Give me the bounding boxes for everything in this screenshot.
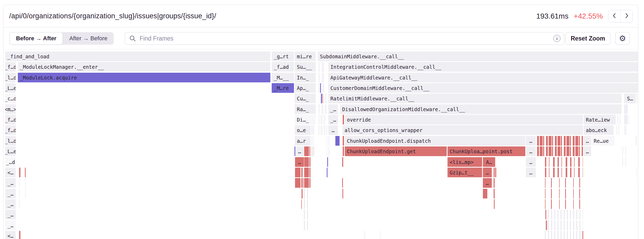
flame-frame[interactable]: … xyxy=(295,157,304,167)
flame-sliver[interactable] xyxy=(318,125,320,135)
flame-sliver[interactable] xyxy=(318,83,320,93)
flame-sliver[interactable] xyxy=(343,146,344,156)
flame-frame[interactable]: abo…eck xyxy=(584,125,614,135)
flame-frame[interactable]: RatelimitMiddleware.__call__ xyxy=(328,94,621,103)
flame-frame[interactable]: _L…e xyxy=(5,146,16,156)
flame-frame[interactable]: _f…ad xyxy=(272,62,294,72)
flame-sliver[interactable] xyxy=(25,178,26,188)
flame-sliver[interactable] xyxy=(494,178,495,188)
flame-sliver[interactable] xyxy=(335,136,340,146)
flame-sliver[interactable] xyxy=(19,199,20,209)
flame-frame[interactable]: <… xyxy=(5,168,16,177)
flame-sliver[interactable] xyxy=(327,157,328,167)
flame-sliver[interactable] xyxy=(636,94,637,103)
previous-button[interactable] xyxy=(608,10,620,22)
flame-frame[interactable]: … xyxy=(526,168,536,177)
flame-sliver[interactable] xyxy=(629,115,629,124)
flame-sliver[interactable] xyxy=(625,157,626,167)
flame-frame[interactable]: _f…d xyxy=(5,115,16,124)
flame-sliver[interactable] xyxy=(321,94,322,103)
flame-frame[interactable]: _… xyxy=(328,115,338,124)
flame-sliver[interactable] xyxy=(495,168,496,177)
flame-frame[interactable]: ChunkUploadEndpoint.get xyxy=(345,146,447,156)
flame-sliver[interactable] xyxy=(309,157,310,167)
flame-sliver[interactable] xyxy=(364,231,365,239)
flame-frame[interactable]: In…_ xyxy=(295,73,316,82)
flame-sliver[interactable] xyxy=(537,136,583,146)
flame-sliver[interactable] xyxy=(302,189,303,198)
flame-frame[interactable]: allow_cors_options_wrapper xyxy=(342,125,583,135)
flame-sliver[interactable] xyxy=(617,115,619,124)
flame-frame[interactable]: … xyxy=(526,136,536,146)
flame-sliver[interactable] xyxy=(303,178,304,188)
flame-frame[interactable]: Cu…_ xyxy=(295,94,316,103)
flame-frame[interactable]: _… xyxy=(5,189,16,198)
flame-frame[interactable]: _f…d xyxy=(5,62,16,72)
flame-sliver[interactable] xyxy=(19,168,20,177)
flame-frame[interactable]: … xyxy=(526,157,536,167)
flame-frame[interactable]: ChunkUploa…point.post xyxy=(447,146,525,156)
flame-sliver[interactable] xyxy=(619,115,621,124)
flame-frame[interactable]: _g…rt xyxy=(272,52,294,61)
flame-sliver[interactable] xyxy=(304,189,310,198)
flame-frame[interactable]: ApiGatewayMiddleware.__call__ xyxy=(328,73,638,82)
next-button[interactable] xyxy=(620,10,632,22)
flame-sliver[interactable] xyxy=(494,199,495,209)
flame-frame[interactable]: … xyxy=(526,146,536,156)
flame-frame[interactable]: a…r xyxy=(295,136,310,146)
flame-sliver[interactable] xyxy=(494,168,495,177)
flame-sliver[interactable] xyxy=(343,115,344,124)
flame-sliver[interactable] xyxy=(304,168,309,177)
flame-frame[interactable]: ChunkUploadEndpoint.dispatch xyxy=(345,136,525,146)
flame-sliver[interactable] xyxy=(342,189,343,198)
flame-sliver[interactable] xyxy=(325,104,327,114)
flame-frame[interactable]: Su…__ xyxy=(295,62,316,72)
flame-sliver[interactable] xyxy=(326,125,327,135)
flame-sliver[interactable] xyxy=(545,168,583,177)
flame-sliver[interactable] xyxy=(582,231,583,239)
flame-sliver[interactable] xyxy=(622,157,623,167)
info-icon[interactable]: i xyxy=(553,35,560,42)
flame-frame[interactable]: IntegrationControlMiddleware.__call__ xyxy=(328,62,638,72)
flame-sliver[interactable] xyxy=(618,125,619,135)
flame-sliver[interactable] xyxy=(625,146,626,156)
reset-zoom-button[interactable]: Reset Zoom xyxy=(565,32,610,45)
flame-sliver[interactable] xyxy=(311,146,314,156)
flame-sliver[interactable] xyxy=(636,168,637,177)
flame-sliver[interactable] xyxy=(494,189,495,198)
flame-frame[interactable]: o…e xyxy=(295,125,310,135)
flame-sliver[interactable] xyxy=(545,199,583,209)
flame-frame[interactable]: _…d xyxy=(5,157,16,167)
flame-sliver[interactable] xyxy=(545,231,583,239)
flame-sliver[interactable] xyxy=(545,210,583,219)
flame-frame[interactable]: <lis…mp> xyxy=(447,157,482,167)
flame-sliver[interactable] xyxy=(546,220,547,230)
flame-sliver[interactable] xyxy=(545,189,583,198)
flame-sliver[interactable] xyxy=(309,178,310,188)
flame-sliver[interactable] xyxy=(318,73,320,82)
flame-frame[interactable]: _l…d xyxy=(5,73,16,82)
flame-sliver[interactable] xyxy=(320,125,323,135)
flame-frame[interactable]: override xyxy=(345,115,583,124)
flame-sliver[interactable] xyxy=(342,157,343,167)
flame-frame[interactable]: … xyxy=(584,146,591,156)
flame-sliver[interactable] xyxy=(320,83,321,93)
flame-sliver[interactable] xyxy=(295,168,301,177)
flame-frame[interactable]: _ModuleLockManager.__enter__ xyxy=(18,62,270,72)
flame-frame[interactable]: mi…re xyxy=(295,52,316,61)
search-input[interactable] xyxy=(139,35,564,42)
flame-sliver[interactable] xyxy=(545,178,583,188)
flame-sliver[interactable] xyxy=(545,210,546,219)
flame-sliver[interactable] xyxy=(313,136,314,146)
flame-sliver[interactable] xyxy=(622,146,623,156)
flame-frame[interactable]: Re…ue xyxy=(592,136,615,146)
flame-sliver[interactable] xyxy=(328,146,330,156)
flame-sliver[interactable] xyxy=(342,178,343,188)
flame-sliver[interactable] xyxy=(545,220,583,230)
flame-frame[interactable]: _M…__ xyxy=(272,73,294,82)
flame-sliver[interactable] xyxy=(295,178,301,188)
flame-frame[interactable]: SubdomainMiddleware.__call__ xyxy=(318,52,638,61)
flame-sliver[interactable] xyxy=(301,178,303,188)
flame-frame[interactable]: Di…_ xyxy=(295,115,316,124)
flame-sliver[interactable] xyxy=(309,146,310,156)
